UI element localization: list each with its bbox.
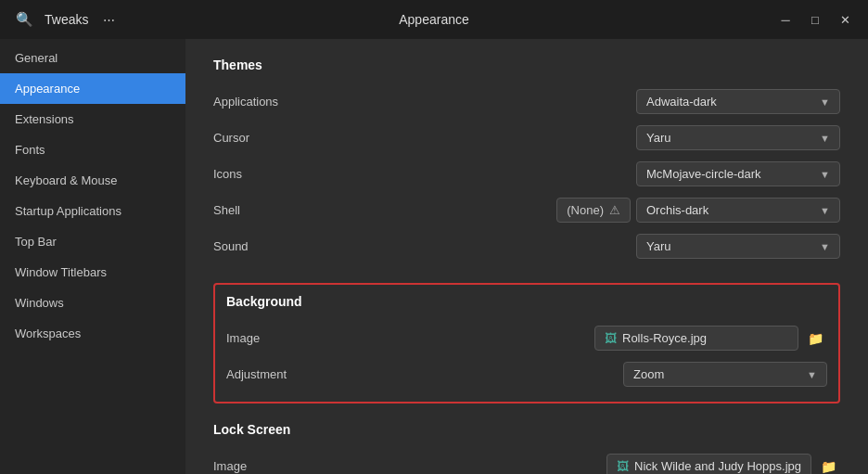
sound-value: Yaru [646, 239, 671, 253]
app-title: Tweaks [45, 12, 88, 27]
bg-adjustment-value: Zoom [633, 367, 664, 381]
window-title: Appearance [197, 12, 671, 27]
bg-adjustment-dropdown[interactable]: Zoom ▼ [623, 362, 827, 387]
maximize-button[interactable]: □ [803, 7, 827, 32]
applications-value: Adwaita-dark [646, 95, 717, 109]
applications-dropdown-arrow: ▼ [820, 96, 830, 108]
lock-image-row: Image 🖼 Nick Wilde and Judy Hopps.jpg 📁 [213, 448, 840, 474]
shell-warning-icon: ⚠ [609, 203, 620, 217]
shell-none-text: (None) [567, 203, 604, 217]
lock-screen-section: Lock Screen Image 🖼 Nick Wilde and Judy … [213, 422, 840, 474]
titlebar-left: 🔍 Tweaks ⋯ [11, 6, 197, 32]
icons-label: Icons [213, 167, 399, 181]
background-title: Background [226, 294, 827, 309]
lock-image-control: 🖼 Nick Wilde and Judy Hopps.jpg 📁 [606, 454, 840, 474]
close-button[interactable]: ✕ [833, 7, 857, 32]
themes-section: Themes Applications Adwaita-dark ▼ Curso… [213, 58, 840, 264]
shell-label: Shell [213, 203, 399, 217]
bg-adjustment-row: Adjustment Zoom ▼ [226, 356, 827, 392]
sound-dropdown-arrow: ▼ [820, 241, 830, 252]
bg-image-control: 🖼 Rolls-Royce.jpg 📁 [594, 326, 827, 351]
bg-image-value: Rolls-Royce.jpg [622, 331, 707, 345]
applications-row: Applications Adwaita-dark ▼ [213, 83, 840, 120]
sidebar-item-startup-applications[interactable]: Startup Applications [0, 196, 185, 226]
menu-button[interactable]: ⋯ [96, 6, 121, 32]
lock-image-icon: 🖼 [617, 459, 629, 473]
icons-row: Icons McMojave-circle-dark ▼ [213, 156, 840, 192]
bg-folder-button[interactable]: 📁 [804, 329, 827, 348]
icons-dropdown-arrow: ▼ [820, 169, 830, 180]
sidebar-item-appearance[interactable]: Appearance [0, 73, 185, 104]
applications-dropdown[interactable]: Adwaita-dark ▼ [636, 89, 840, 114]
cursor-dropdown-arrow: ▼ [820, 133, 830, 144]
lock-screen-title: Lock Screen [213, 422, 840, 437]
shell-none-badge: (None) ⚠ [556, 198, 631, 223]
bg-image-icon: 🖼 [605, 331, 617, 345]
bg-image-field: 🖼 Rolls-Royce.jpg [594, 326, 798, 351]
shell-control: (None) ⚠ Orchis-dark ▼ [556, 198, 840, 223]
shell-row: Shell (None) ⚠ Orchis-dark ▼ [213, 192, 840, 228]
minimize-button[interactable]: ─ [773, 7, 798, 32]
sidebar-item-windows[interactable]: Windows [0, 288, 185, 318]
sidebar-item-workspaces[interactable]: Workspaces [0, 318, 185, 349]
sound-dropdown[interactable]: Yaru ▼ [636, 234, 840, 259]
sidebar-item-general[interactable]: General [0, 43, 185, 73]
cursor-dropdown[interactable]: Yaru ▼ [636, 125, 840, 150]
cursor-row: Cursor Yaru ▼ [213, 120, 840, 156]
titlebar: 🔍 Tweaks ⋯ Appearance ─ □ ✕ [0, 0, 868, 39]
sidebar-item-window-titlebars[interactable]: Window Titlebars [0, 257, 185, 288]
bg-adjustment-control: Zoom ▼ [623, 362, 827, 387]
bg-image-row: Image 🖼 Rolls-Royce.jpg 📁 [226, 320, 827, 356]
sidebar: GeneralAppearanceExtensionsFontsKeyboard… [0, 39, 185, 474]
sound-label: Sound [213, 239, 399, 253]
cursor-value: Yaru [646, 131, 671, 145]
bg-adjustment-label: Adjustment [226, 367, 412, 381]
lock-image-field: 🖼 Nick Wilde and Judy Hopps.jpg [606, 454, 811, 474]
applications-label: Applications [213, 95, 399, 109]
sidebar-item-fonts[interactable]: Fonts [0, 135, 185, 165]
icons-dropdown[interactable]: McMojave-circle-dark ▼ [636, 161, 840, 186]
icons-value: McMojave-circle-dark [646, 167, 761, 181]
sidebar-item-extensions[interactable]: Extensions [0, 104, 185, 135]
content-area: Themes Applications Adwaita-dark ▼ Curso… [185, 39, 868, 474]
cursor-label: Cursor [213, 131, 399, 145]
bg-adjustment-arrow: ▼ [807, 369, 817, 380]
lock-image-value: Nick Wilde and Judy Hopps.jpg [634, 459, 801, 473]
lock-image-label: Image [213, 459, 399, 473]
sound-control: Yaru ▼ [636, 234, 840, 259]
cursor-control: Yaru ▼ [636, 125, 840, 150]
shell-dropdown-arrow: ▼ [820, 205, 830, 216]
themes-title: Themes [213, 58, 840, 72]
icons-control: McMojave-circle-dark ▼ [636, 161, 840, 186]
main-layout: GeneralAppearanceExtensionsFontsKeyboard… [0, 39, 868, 474]
sidebar-item-top-bar[interactable]: Top Bar [0, 226, 185, 257]
lock-folder-button[interactable]: 📁 [817, 457, 840, 475]
window-controls: ─ □ ✕ [671, 7, 857, 32]
background-section: Background Image 🖼 Rolls-Royce.jpg 📁 Adj… [213, 283, 840, 404]
shell-value: Orchis-dark [646, 203, 708, 217]
search-button[interactable]: 🔍 [11, 6, 37, 32]
applications-control: Adwaita-dark ▼ [636, 89, 840, 114]
sound-row: Sound Yaru ▼ [213, 228, 840, 264]
shell-dropdown[interactable]: Orchis-dark ▼ [636, 198, 840, 223]
bg-image-label: Image [226, 331, 412, 345]
sidebar-item-keyboard-mouse[interactable]: Keyboard & Mouse [0, 165, 185, 196]
